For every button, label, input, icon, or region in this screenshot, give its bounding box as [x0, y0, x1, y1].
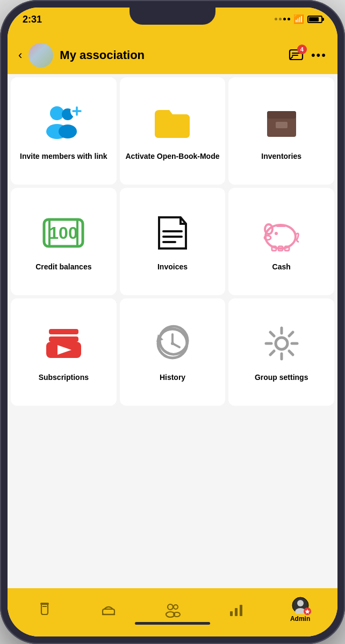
- grid-item-inventories[interactable]: Inventories: [228, 77, 334, 185]
- history-label: History: [160, 372, 185, 382]
- nav-food[interactable]: [77, 602, 141, 618]
- svg-rect-55: [230, 611, 233, 616]
- svg-rect-48: [40, 603, 49, 605]
- chat-badge: 4: [297, 45, 307, 54]
- back-button[interactable]: ‹: [18, 48, 22, 62]
- cash-label: Cash: [272, 262, 291, 272]
- svg-rect-46: [41, 604, 48, 614]
- status-bar: 2:31 📶: [8, 8, 337, 36]
- drink-icon: [37, 602, 53, 618]
- open-book-label: Activate Open-Book-Mode: [125, 151, 219, 161]
- svg-text:100: 100: [49, 223, 78, 243]
- status-time: 2:31: [23, 14, 42, 25]
- members-icon: [164, 602, 181, 618]
- grid-item-subscriptions[interactable]: Subscriptions: [11, 298, 117, 406]
- svg-point-53: [174, 605, 178, 609]
- status-right: 📶: [275, 14, 322, 24]
- battery-icon: [307, 16, 322, 23]
- invite-icon: [42, 101, 85, 144]
- svg-rect-24: [276, 225, 286, 227]
- svg-rect-11: [267, 111, 296, 119]
- header-actions: 4 •••: [289, 48, 327, 63]
- subscriptions-icon: [42, 322, 85, 365]
- folder-icon: [151, 101, 194, 144]
- admin-badge: [304, 608, 311, 615]
- settings-icon: [260, 322, 303, 365]
- svg-point-51: [168, 604, 173, 610]
- svg-point-36: [171, 342, 174, 345]
- invoice-icon: [151, 211, 194, 254]
- invoices-label: Invoices: [157, 262, 188, 272]
- grid-item-open-book[interactable]: Activate Open-Book-Mode: [120, 77, 226, 185]
- svg-rect-28: [49, 329, 78, 334]
- invite-members-label: Invite members with link: [20, 151, 107, 161]
- grid-item-history[interactable]: History: [120, 298, 226, 406]
- svg-rect-12: [276, 122, 288, 128]
- grid-item-cash[interactable]: Cash: [228, 188, 334, 295]
- stats-icon: [228, 602, 245, 618]
- grid-item-group-settings[interactable]: Group settings: [228, 298, 334, 406]
- phone-inner: 2:31 📶 ‹ My association: [8, 8, 337, 636]
- nav-admin[interactable]: Admin: [268, 597, 332, 623]
- svg-point-3: [50, 106, 64, 120]
- credit-balances-label: Credit balances: [35, 262, 91, 272]
- header: ‹ My association 4 •••: [8, 36, 337, 74]
- box-icon: [260, 101, 303, 144]
- credit-icon: 100: [42, 211, 85, 254]
- svg-rect-49: [103, 609, 114, 614]
- phone-frame: 2:31 📶 ‹ My association: [0, 0, 345, 644]
- more-button[interactable]: •••: [311, 48, 327, 62]
- main-area: Invite members with link Activate Open-B…: [8, 74, 337, 636]
- svg-rect-57: [240, 605, 242, 616]
- group-settings-label: Group settings: [255, 372, 308, 382]
- svg-point-59: [297, 600, 304, 606]
- chat-button[interactable]: 4: [289, 48, 304, 63]
- subscriptions-label: Subscriptions: [39, 372, 89, 382]
- svg-line-44: [289, 332, 293, 336]
- inventories-label: Inventories: [261, 151, 301, 161]
- food-icon: [100, 602, 117, 618]
- notch: [130, 8, 215, 25]
- signal-icon: [275, 18, 290, 20]
- svg-rect-56: [235, 608, 238, 616]
- svg-point-6: [59, 125, 77, 138]
- admin-label: Admin: [290, 615, 310, 623]
- bottom-nav: Admin: [8, 588, 337, 636]
- svg-line-43: [289, 351, 293, 355]
- svg-point-37: [276, 338, 288, 349]
- nav-drinks[interactable]: [13, 602, 77, 618]
- home-indicator: [135, 622, 210, 625]
- grid-item-invite-members[interactable]: Invite members with link: [11, 77, 117, 185]
- svg-rect-29: [49, 336, 78, 342]
- wifi-icon: 📶: [293, 14, 304, 24]
- page-title: My association: [60, 48, 282, 62]
- nav-members[interactable]: [141, 602, 205, 618]
- piggy-icon: [260, 211, 303, 254]
- grid-item-credit-balances[interactable]: 100 Credit balances: [11, 188, 117, 295]
- history-icon: [151, 322, 194, 365]
- svg-line-42: [270, 332, 274, 336]
- svg-point-22: [275, 232, 278, 235]
- grid-content: Invite members with link Activate Open-B…: [8, 74, 337, 588]
- svg-line-45: [270, 351, 274, 355]
- nav-stats[interactable]: [204, 602, 268, 618]
- grid-item-invoices[interactable]: Invoices: [120, 188, 226, 295]
- avatar: [28, 43, 53, 68]
